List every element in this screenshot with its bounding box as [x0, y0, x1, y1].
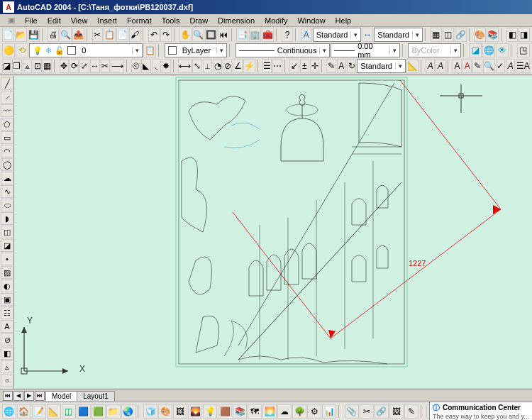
ellipse-button[interactable]: ⬭: [1, 199, 13, 211]
undo-button[interactable]: ↶: [148, 28, 160, 42]
et-mod-button[interactable]: 🟦: [77, 404, 91, 419]
new-button[interactable]: 📄: [2, 28, 14, 42]
mtext2-button[interactable]: A: [1, 320, 13, 333]
et-web-button[interactable]: 🌏: [121, 404, 135, 419]
tablestyle-dropdown[interactable]: Standard▾: [357, 59, 406, 73]
render-shade-button[interactable]: 🎨: [158, 404, 172, 419]
layerprev-button[interactable]: ⟲: [16, 43, 28, 57]
plotstyle-dropdown[interactable]: ByColor ▾: [408, 43, 460, 57]
render-light-button[interactable]: 💡: [203, 404, 217, 419]
xline-button[interactable]: ⟋: [1, 91, 13, 104]
tab-prev-button[interactable]: ◀: [13, 391, 23, 401]
ref-bind-button[interactable]: 🔗: [375, 404, 389, 419]
text1-button[interactable]: A: [426, 59, 435, 73]
render-mat-button[interactable]: 🟫: [218, 404, 232, 419]
communication-center[interactable]: ⓘCommunication Center The easy way to ke…: [429, 402, 532, 420]
render-bg-button[interactable]: 🌅: [262, 404, 277, 419]
linetype-dropdown[interactable]: Continuous ▾: [235, 43, 331, 57]
misc1-button[interactable]: ◧: [506, 28, 518, 42]
3dorbit-button[interactable]: 🌐: [482, 43, 495, 57]
drawing-area[interactable]: 1227: [14, 76, 532, 388]
render-map-button[interactable]: 🗺: [248, 404, 262, 419]
tab-next-button[interactable]: ▶: [24, 391, 34, 401]
color-dropdown[interactable]: ByLayer ▾: [165, 43, 228, 57]
zoom-rt-button[interactable]: 🔍: [192, 28, 204, 42]
plot-button[interactable]: 🖨: [48, 28, 59, 42]
table-button[interactable]: ▦: [431, 28, 442, 42]
offset-button[interactable]: ⊡: [33, 59, 42, 73]
dtext-button[interactable]: A: [462, 59, 472, 73]
render-pref-button[interactable]: ⚙: [307, 404, 321, 419]
dimstyle-dropdown[interactable]: Standard▾: [374, 28, 423, 42]
open-button[interactable]: 📂: [15, 28, 27, 42]
preview-button[interactable]: 🔍: [60, 28, 72, 42]
menu-file[interactable]: File: [20, 16, 43, 26]
text2-button[interactable]: A: [436, 59, 445, 73]
snap-mid-button[interactable]: ▵: [1, 360, 13, 373]
point-button[interactable]: •: [1, 253, 13, 265]
dimbaseline-button[interactable]: ☰: [262, 59, 272, 73]
tolerance-button[interactable]: ±: [300, 59, 309, 73]
render-hide-button[interactable]: 🧊: [143, 404, 157, 419]
rectangle-button[interactable]: ▭: [1, 131, 13, 144]
tab-model[interactable]: Model: [45, 391, 77, 401]
explode-button[interactable]: ✸: [162, 59, 171, 73]
justify-button[interactable]: ☰A: [516, 59, 530, 73]
gradient-button[interactable]: ◐: [1, 280, 13, 292]
et-text-button[interactable]: 📝: [32, 404, 46, 419]
paste-button[interactable]: 📄: [116, 28, 128, 42]
dimangular-button[interactable]: ∠: [233, 59, 242, 73]
edit-text-button[interactable]: ✎: [472, 59, 482, 73]
dimension-text[interactable]: 1227: [409, 259, 426, 267]
render-ls-button[interactable]: 🌳: [292, 404, 306, 419]
mirror-button[interactable]: ⟁: [23, 59, 32, 73]
tab-first-button[interactable]: ⏮: [3, 391, 13, 401]
dimdiameter-button[interactable]: ⊘: [223, 59, 232, 73]
render-button[interactable]: 🎨: [474, 28, 486, 42]
menu-help[interactable]: Help: [331, 16, 357, 26]
chamfer-button[interactable]: ◣: [141, 59, 150, 73]
designcenter-button[interactable]: 🏢: [249, 28, 261, 42]
et-layer-button[interactable]: 🌐: [2, 404, 16, 419]
centermark-button[interactable]: ✛: [310, 59, 319, 73]
scale-text-button[interactable]: A: [506, 59, 515, 73]
dimradius-button[interactable]: ◔: [213, 59, 222, 73]
spline-button[interactable]: ∿: [1, 185, 13, 198]
toolpalettes-button[interactable]: 🧰: [262, 28, 274, 42]
region-button[interactable]: ▣: [1, 293, 13, 306]
menu-sizer-icon[interactable]: ▣: [3, 15, 20, 26]
menu-edit[interactable]: Edit: [43, 16, 66, 26]
ref-frame-button[interactable]: 🖼: [389, 404, 404, 419]
polygon-button[interactable]: ⬠: [1, 118, 13, 131]
copy-button[interactable]: 📋: [104, 28, 116, 42]
et-file-button[interactable]: 📁: [106, 404, 121, 419]
render-matlib-button[interactable]: 📚: [233, 404, 247, 419]
zoom-win-button[interactable]: 🔲: [205, 28, 217, 42]
misc2-button[interactable]: ◨: [519, 28, 530, 42]
dimcontinue-button[interactable]: ⋯: [272, 59, 282, 73]
ellipsearc-button[interactable]: ◗: [1, 212, 13, 225]
rotate-button[interactable]: ⟳: [70, 59, 79, 73]
textstyle-dropdown[interactable]: Standard▾: [313, 28, 362, 42]
block-button[interactable]: ◫: [443, 28, 454, 42]
view-button[interactable]: 👁: [496, 43, 509, 57]
dimquick-button[interactable]: ⚡: [243, 59, 255, 73]
lineweight-dropdown[interactable]: 0.00 mm ▾: [331, 43, 400, 57]
layermanager-button[interactable]: 🟡: [2, 43, 15, 57]
trim-button[interactable]: ✂: [101, 59, 110, 73]
save-button[interactable]: 💾: [28, 28, 40, 42]
move-button[interactable]: ✥: [60, 59, 69, 73]
cut-button[interactable]: ✂: [92, 28, 104, 42]
pan-button[interactable]: ✋: [179, 28, 192, 42]
snap-cen-button[interactable]: ○: [1, 374, 13, 387]
menu-draw[interactable]: Draw: [184, 16, 213, 26]
dimaligned-button[interactable]: ⤡: [192, 59, 201, 73]
copy2-button[interactable]: ❐: [12, 59, 21, 73]
tab-layout1[interactable]: Layout1: [77, 391, 115, 401]
find-button[interactable]: 🔍: [483, 59, 495, 73]
xref-button[interactable]: 🔗: [455, 28, 467, 42]
menu-view[interactable]: View: [66, 16, 93, 26]
erase-button[interactable]: ◪: [2, 59, 11, 73]
publish-button[interactable]: 📤: [72, 28, 84, 42]
scale-button[interactable]: ⤢: [79, 59, 89, 73]
